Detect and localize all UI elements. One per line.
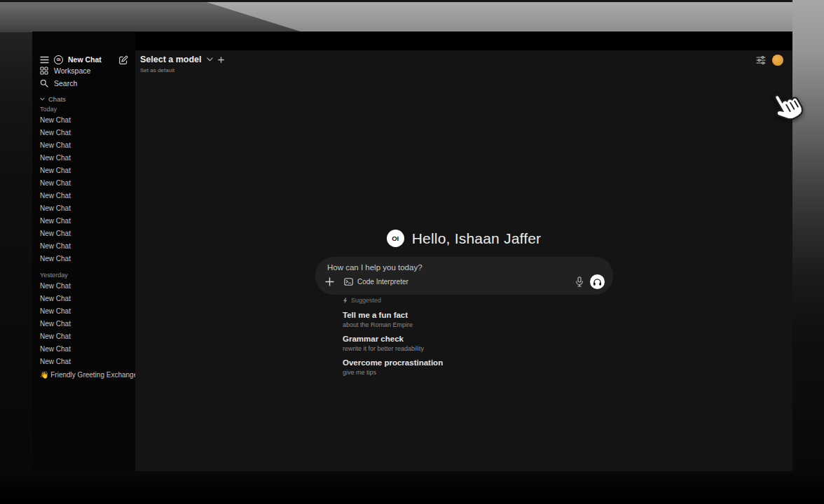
chat-list-item[interactable]: New Chat bbox=[32, 293, 135, 305]
chat-list-item[interactable]: New Chat bbox=[32, 139, 135, 152]
suggested-prompt[interactable]: Grammar checkrewrite it for better reada… bbox=[343, 335, 609, 352]
model-selector-label: Select a model bbox=[140, 55, 202, 64]
chat-list-item[interactable]: New Chat bbox=[32, 330, 135, 343]
voice-call-button[interactable] bbox=[590, 274, 605, 289]
chat-list-item[interactable]: New Chat bbox=[32, 127, 135, 139]
chat-list-item[interactable]: New Chat bbox=[32, 164, 135, 177]
search-label: Search bbox=[54, 79, 77, 88]
backdrop: OI New Chat Workspace Search bbox=[0, 0, 824, 504]
suggested-prompt-subtitle: about the Roman Empire bbox=[343, 321, 609, 328]
message-composer[interactable]: Code Interpreter bbox=[315, 257, 613, 295]
chat-list-item[interactable]: New Chat bbox=[32, 114, 135, 127]
chat-list-item[interactable]: New Chat bbox=[32, 152, 135, 164]
suggested-prompt-title: Tell me a fun fact bbox=[343, 311, 609, 321]
chat-list-item[interactable]: New Chat bbox=[32, 227, 135, 240]
composer-toolbar: Code Interpreter bbox=[325, 274, 605, 289]
message-input[interactable] bbox=[325, 262, 605, 273]
user-avatar[interactable] bbox=[772, 55, 783, 66]
chat-list-item[interactable]: New Chat bbox=[32, 318, 135, 330]
controls-sliders-icon[interactable] bbox=[756, 56, 766, 64]
main-area: Select a model Set as default OI Hello, … bbox=[135, 31, 792, 471]
chats-label: Chats bbox=[48, 95, 66, 103]
set-default-button[interactable]: Set as default bbox=[140, 67, 174, 74]
chat-list-item[interactable]: 👋 Friendly Greeting Exchange bbox=[32, 369, 135, 382]
suggested-items: Tell me a fun factabout the Roman Empire… bbox=[343, 311, 609, 376]
chat-list-item[interactable]: New Chat bbox=[32, 253, 135, 265]
chat-list-item[interactable]: New Chat bbox=[32, 343, 135, 356]
headphones-icon bbox=[593, 278, 602, 286]
app-logo-icon: OI bbox=[54, 55, 63, 64]
chat-groups: TodayNew ChatNew ChatNew ChatNew ChatNew… bbox=[32, 105, 135, 382]
greeting: OI Hello, Ishaan Jaffer bbox=[135, 230, 792, 247]
chat-list-item[interactable]: New Chat bbox=[32, 240, 135, 253]
chat-list-item[interactable]: New Chat bbox=[32, 202, 135, 215]
chat-list-item[interactable]: New Chat bbox=[32, 305, 135, 318]
chat-list-item[interactable]: New Chat bbox=[32, 177, 135, 190]
suggested-prompts: Suggested Tell me a fun factabout the Ro… bbox=[343, 296, 609, 376]
topbar-right bbox=[756, 55, 783, 66]
model-selector[interactable]: Select a model bbox=[140, 55, 224, 64]
suggested-prompt-subtitle: give me tips bbox=[343, 369, 609, 376]
sidebar-title: New Chat bbox=[68, 55, 114, 64]
greeting-text: Hello, Ishaan Jaffer bbox=[412, 230, 542, 247]
suggested-prompt-title: Overcome procrastination bbox=[343, 358, 609, 368]
sidebar-toggle-icon[interactable] bbox=[40, 56, 49, 64]
sidebar-item-search[interactable]: Search bbox=[32, 77, 135, 90]
suggested-prompt-subtitle: rewrite it for better readability bbox=[343, 345, 609, 352]
chat-list-item[interactable]: New Chat bbox=[32, 356, 135, 368]
add-model-icon[interactable] bbox=[218, 57, 224, 63]
sidebar: OI New Chat Workspace Search bbox=[32, 31, 135, 471]
chat-list-item[interactable]: New Chat bbox=[32, 280, 135, 293]
code-interpreter-label: Code Interpreter bbox=[357, 278, 408, 286]
chat-group-label: Today bbox=[32, 105, 135, 114]
sidebar-item-workspace[interactable]: Workspace bbox=[32, 64, 135, 77]
chats-section-header[interactable]: Chats bbox=[32, 94, 135, 103]
search-icon bbox=[40, 79, 48, 88]
chevron-down-icon bbox=[40, 97, 45, 101]
sidebar-header: OI New Chat bbox=[32, 55, 135, 64]
suggested-prompt-title: Grammar check bbox=[343, 335, 609, 344]
chat-group-label: Yesterday bbox=[32, 271, 135, 280]
code-interpreter-toggle[interactable]: Code Interpreter bbox=[344, 278, 408, 286]
chevron-down-icon bbox=[207, 57, 213, 62]
workspace-grid-icon bbox=[40, 66, 48, 75]
bolt-icon bbox=[343, 298, 348, 304]
suggested-label: Suggested bbox=[351, 297, 381, 304]
app-logo-icon: OI bbox=[387, 230, 404, 247]
microphone-icon[interactable] bbox=[575, 276, 584, 287]
suggested-header: Suggested bbox=[343, 296, 609, 304]
suggested-prompt[interactable]: Overcome procrastinationgive me tips bbox=[343, 358, 609, 376]
terminal-icon bbox=[344, 278, 353, 286]
new-chat-icon[interactable] bbox=[119, 55, 128, 64]
backdrop-bottom-band bbox=[0, 471, 824, 504]
backdrop-top-line bbox=[0, 0, 824, 2]
app-window: OI New Chat Workspace Search bbox=[32, 31, 792, 471]
attach-plus-icon[interactable] bbox=[325, 277, 334, 286]
workspace-label: Workspace bbox=[54, 66, 90, 75]
backdrop-left-band bbox=[0, 32, 32, 504]
chat-list-item[interactable]: New Chat bbox=[32, 190, 135, 202]
backdrop-right-band bbox=[792, 0, 824, 504]
chat-list-item[interactable]: New Chat bbox=[32, 215, 135, 227]
suggested-prompt[interactable]: Tell me a fun factabout the Roman Empire bbox=[343, 311, 609, 328]
